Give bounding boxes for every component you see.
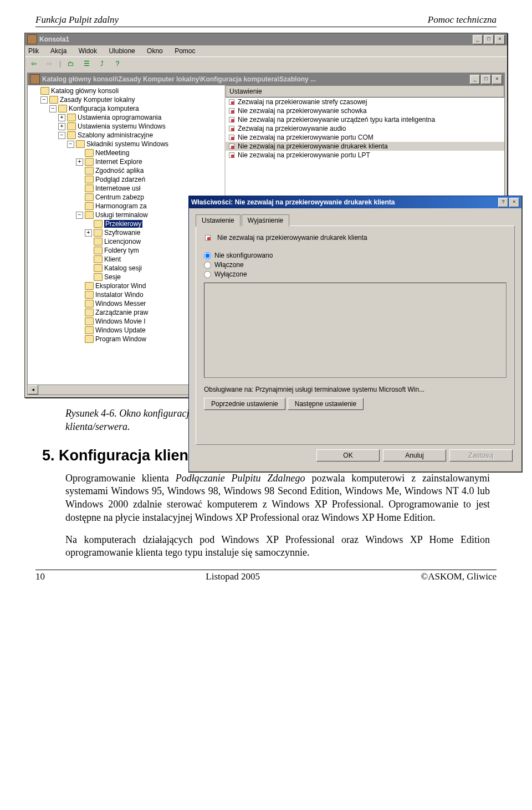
close-button[interactable]: × — [495, 35, 505, 44]
child-titlebar[interactable]: Katalog główny konsoli\Zasady Komputer l… — [28, 73, 504, 85]
folder-icon — [85, 309, 94, 316]
policy-item-icon — [228, 107, 236, 115]
child-icon — [30, 74, 40, 84]
tree-label: Windows Update — [95, 326, 146, 334]
tree-node[interactable]: Katalog główny konsoli — [30, 86, 224, 95]
radio-nie-skonfigurowano[interactable] — [204, 252, 211, 259]
ok-button[interactable]: OK — [316, 449, 380, 462]
folder-icon — [49, 96, 58, 104]
export-icon[interactable]: ⤴ — [96, 58, 108, 69]
dialog-help-button[interactable]: ? — [498, 198, 508, 207]
radio-wlaczone[interactable] — [204, 262, 211, 269]
tree-label: Internetowe usł — [95, 184, 140, 192]
tree-expand-icon[interactable]: + — [58, 114, 65, 121]
prev-setting-button[interactable]: Poprzednie ustawienie — [204, 398, 285, 410]
props-icon[interactable]: ☰ — [81, 58, 92, 69]
tree-label: Szyfrowanie — [104, 229, 140, 237]
tree-label: Windows Messer — [95, 300, 146, 307]
tree-expand-icon[interactable]: + — [76, 158, 83, 166]
tree-node[interactable]: Internetowe usł — [30, 184, 224, 193]
tree-node[interactable]: −Składniki systemu Windows — [30, 140, 224, 148]
screenshot: Konsola1 _ □ × Plik Akcja Widok Ulubione… — [24, 33, 529, 398]
list-item[interactable]: Zezwalaj na przekierowanie strefy czasow… — [226, 98, 504, 106]
tree-expand-icon[interactable]: + — [58, 123, 65, 130]
tab-ustawienie[interactable]: Ustawienie — [196, 214, 241, 227]
tree-node[interactable]: −Konfiguracja komputera — [30, 104, 224, 113]
dialog-close-button[interactable]: × — [509, 198, 519, 207]
back-icon[interactable]: ⇦ — [28, 58, 39, 69]
tree-label: Szablony administracyjne — [78, 131, 153, 139]
folder-icon — [85, 193, 94, 201]
menu-plik[interactable]: Plik — [28, 47, 39, 55]
scroll-left-icon[interactable]: ◄ — [28, 385, 38, 394]
apply-button[interactable]: Zastosuj — [449, 449, 513, 462]
cancel-button[interactable]: Anuluj — [383, 449, 446, 462]
folder-icon — [67, 131, 76, 139]
tree-expand-icon[interactable]: − — [67, 141, 74, 148]
tree-node[interactable]: +Internet Explore — [30, 157, 224, 166]
tree-expand-icon[interactable]: − — [40, 96, 48, 104]
policy-item-icon — [228, 98, 236, 106]
tree-node[interactable]: Podgląd zdarzeń — [30, 175, 224, 184]
folder-icon — [94, 220, 103, 228]
list-item-label: Nie zezwalaj na przekierowywanie schowka — [238, 107, 367, 115]
list-item[interactable]: Nie zezwalaj na przekierowywanie portu L… — [226, 151, 504, 160]
tree-label: Ustawienia oprogramowania — [78, 114, 161, 121]
menu-okno[interactable]: Okno — [147, 47, 163, 55]
radio-wylaczone[interactable] — [204, 271, 211, 278]
list-item-label: Nie zezwalaj na przekierowywanie urządze… — [238, 116, 435, 124]
footer-rule — [35, 570, 497, 570]
list-item[interactable]: Nie zezwalaj na przekierowywanie urządze… — [226, 115, 504, 124]
next-setting-button[interactable]: Następne ustawienie — [288, 398, 364, 410]
tree-node[interactable]: NetMeeting — [30, 148, 224, 157]
list-header[interactable]: Ustawienie — [226, 85, 504, 98]
list-item[interactable]: Nie zezwalaj na przekierowywanie portu C… — [226, 133, 504, 142]
tree-expand-icon[interactable]: − — [49, 105, 57, 112]
list-item-label: Zezwalaj na przekierowywanie audio — [238, 125, 346, 132]
tree-node[interactable]: −Szablony administracyjne — [30, 131, 224, 140]
child-minimize-button[interactable]: _ — [470, 75, 480, 84]
tree-expand-icon[interactable]: − — [58, 132, 65, 139]
header-rule — [35, 27, 497, 27]
minimize-button[interactable]: _ — [473, 35, 483, 44]
tree-label: NetMeeting — [95, 149, 129, 157]
help-icon[interactable]: ? — [112, 58, 123, 69]
tree-label: Windows Movie I — [95, 317, 146, 325]
dialog-titlebar[interactable]: Właściwości: Nie zezwalaj na przekierowy… — [189, 196, 521, 208]
list-item[interactable]: Nie zezwalaj na przekierowywanie schowka — [226, 106, 504, 115]
folder-icon — [85, 176, 94, 183]
folder-icon — [67, 122, 76, 130]
menubar: Plik Akcja Widok Ulubione Okno Pomoc — [25, 45, 507, 57]
tree-expand-icon[interactable]: + — [85, 229, 92, 237]
menu-ulubione[interactable]: Ulubione — [109, 47, 135, 55]
up-icon[interactable]: 🗀 — [65, 58, 76, 69]
footer-center: Listopad 2005 — [206, 571, 260, 582]
mmc-titlebar[interactable]: Konsola1 _ □ × — [25, 33, 507, 45]
child-close-button[interactable]: × — [492, 75, 502, 84]
menu-widok[interactable]: Widok — [79, 47, 97, 55]
menu-akcja[interactable]: Akcja — [50, 47, 66, 55]
folder-icon — [94, 273, 103, 281]
forward-icon[interactable]: ⇨ — [44, 58, 55, 69]
folder-icon — [94, 247, 103, 254]
list-item[interactable]: Nie zezwalaj na przekierowywanie drukare… — [226, 142, 504, 151]
paragraph-1: Oprogramowanie klienta Podłączanie Pulpi… — [65, 472, 490, 525]
folder-icon — [85, 326, 94, 334]
tree-label: Instalator Windo — [95, 291, 144, 299]
list-item[interactable]: Zezwalaj na przekierowywanie audio — [226, 124, 504, 133]
tree-label: Ustawienia systemu Windows — [78, 122, 166, 130]
menu-pomoc[interactable]: Pomoc — [175, 47, 195, 55]
tree-label: Harmonogram za — [95, 202, 147, 210]
folder-icon — [58, 105, 67, 112]
tree-label: Program Window — [95, 335, 146, 343]
folder-icon — [85, 291, 94, 299]
tree-node[interactable]: +Ustawienia systemu Windows — [30, 122, 224, 131]
tree-node[interactable]: Zgodność aplika — [30, 166, 224, 175]
tree-node[interactable]: −Zasady Komputer lokalny — [30, 95, 224, 104]
folder-icon — [85, 211, 94, 219]
child-maximize-button[interactable]: □ — [481, 75, 491, 84]
tab-wyjasnienie[interactable]: Wyjaśnienie — [242, 214, 290, 227]
tree-expand-icon[interactable]: − — [76, 212, 83, 219]
tree-node[interactable]: +Ustawienia oprogramowania — [30, 113, 224, 122]
maximize-button[interactable]: □ — [484, 35, 494, 44]
